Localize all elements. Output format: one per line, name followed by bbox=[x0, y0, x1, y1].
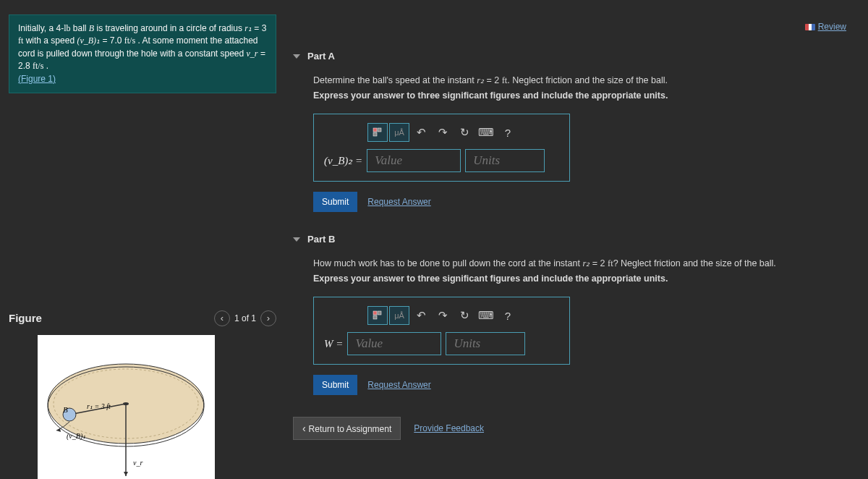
txt: (v_B)₁ bbox=[77, 35, 100, 46]
txt: = 3 bbox=[252, 23, 266, 33]
review-link[interactable]: Review bbox=[805, 22, 846, 32]
part-a-request-answer-link[interactable]: Request Answer bbox=[367, 197, 430, 207]
reset-button[interactable]: ↻ bbox=[454, 123, 475, 142]
templates-button[interactable] bbox=[367, 123, 388, 142]
part-a-value-input[interactable] bbox=[367, 149, 461, 172]
svg-rect-12 bbox=[378, 128, 381, 132]
txt: ft/s bbox=[124, 35, 135, 46]
svg-rect-13 bbox=[373, 132, 377, 136]
txt: . bbox=[43, 61, 48, 71]
txt: with a speed bbox=[23, 35, 77, 46]
part-b-request-answer-link[interactable]: Request Answer bbox=[367, 380, 430, 390]
svg-rect-16 bbox=[373, 315, 377, 319]
symbols-button[interactable]: μÅ bbox=[389, 306, 409, 325]
figure-counter: 1 of 1 bbox=[234, 313, 256, 323]
svg-rect-15 bbox=[378, 311, 381, 315]
part-a-submit-button[interactable]: Submit bbox=[313, 192, 357, 212]
collapse-icon bbox=[293, 237, 300, 242]
redo-button[interactable]: ↷ bbox=[433, 306, 453, 325]
part-b-answer-box: μÅ ↶ ↷ ↻ ⌨ ? W = bbox=[313, 297, 570, 365]
collapse-icon bbox=[293, 54, 300, 59]
svg-rect-11 bbox=[373, 128, 377, 132]
part-b-question: How much work has to be done to pull dow… bbox=[313, 258, 857, 269]
part-a-units-input[interactable] bbox=[465, 149, 545, 172]
part-b-units-input[interactable] bbox=[446, 332, 525, 355]
figure-title: Figure bbox=[9, 312, 42, 324]
txt: r₁ bbox=[244, 23, 252, 33]
svg-rect-14 bbox=[373, 311, 377, 315]
problem-statement: Initially, a 4-lb ball B is traveling ar… bbox=[9, 14, 276, 93]
help-button[interactable]: ? bbox=[498, 306, 518, 325]
figure-prev-button[interactable]: ‹ bbox=[214, 310, 230, 326]
part-a-question: Determine the ball's speed at the instan… bbox=[313, 75, 857, 86]
part-b-header[interactable]: Part B bbox=[293, 234, 857, 245]
templates-button[interactable] bbox=[367, 306, 388, 325]
keyboard-button[interactable]: ⌨ bbox=[476, 123, 496, 142]
part-a-header[interactable]: Part A bbox=[293, 51, 857, 62]
help-button[interactable]: ? bbox=[498, 123, 518, 142]
part-a-var-label: (v_B)₂ = bbox=[324, 154, 362, 167]
figure-image: B r₁ = 3 ft (v_B)₁ v_r bbox=[38, 335, 215, 479]
txt: v_r bbox=[247, 48, 258, 59]
txt: = 7.0 bbox=[100, 35, 124, 46]
figure-link[interactable]: (Figure 1) bbox=[18, 74, 56, 84]
return-to-assignment-button[interactable]: Return to Assignment bbox=[293, 417, 401, 440]
txt: ft/s bbox=[33, 61, 43, 71]
svg-text:r₁ = 3 ft: r₁ = 3 ft bbox=[87, 402, 111, 410]
svg-text:v_r: v_r bbox=[133, 459, 142, 467]
keyboard-button[interactable]: ⌨ bbox=[476, 306, 496, 325]
txt: Initially, a 4- bbox=[18, 23, 64, 33]
part-b-submit-button[interactable]: Submit bbox=[313, 375, 357, 395]
undo-button[interactable]: ↶ bbox=[411, 306, 431, 325]
part-a-instruction: Express your answer to three significant… bbox=[313, 90, 857, 101]
txt: ball bbox=[70, 23, 88, 33]
reset-button[interactable]: ↻ bbox=[454, 306, 475, 325]
redo-button[interactable]: ↷ bbox=[433, 123, 453, 142]
part-b-instruction: Express your answer to three significant… bbox=[313, 274, 857, 284]
part-a-title: Part A bbox=[307, 51, 335, 62]
part-b-var-label: W = bbox=[324, 338, 343, 350]
part-b-value-input[interactable] bbox=[347, 332, 441, 355]
txt: is traveling around in a circle of radiu… bbox=[94, 23, 244, 33]
part-a-answer-box: μÅ ↶ ↷ ↻ ⌨ ? (v_B)₂ = bbox=[313, 114, 570, 182]
symbols-button[interactable]: μÅ bbox=[389, 123, 409, 142]
part-b-title: Part B bbox=[307, 234, 335, 245]
undo-button[interactable]: ↶ bbox=[411, 123, 431, 142]
figure-next-button[interactable]: › bbox=[260, 310, 276, 326]
svg-text:(v_B)₁: (v_B)₁ bbox=[67, 432, 85, 441]
svg-text:B: B bbox=[63, 405, 68, 414]
provide-feedback-link[interactable]: Provide Feedback bbox=[414, 423, 484, 433]
